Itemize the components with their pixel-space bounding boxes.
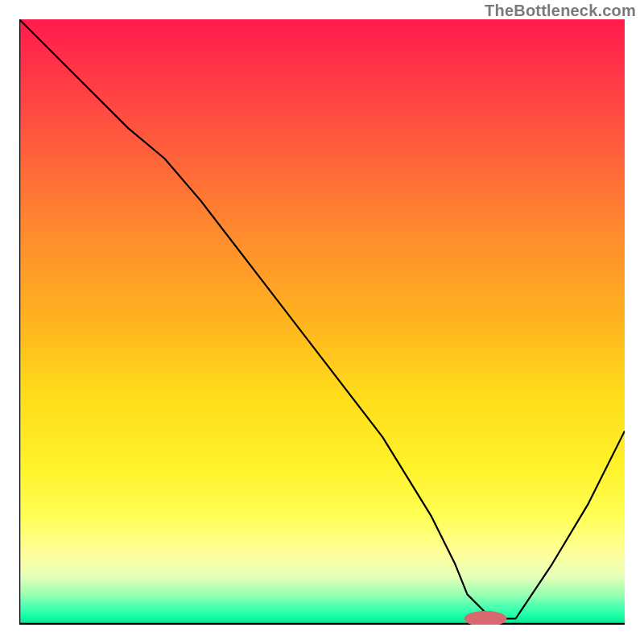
watermark-text: TheBottleneck.com bbox=[485, 2, 636, 20]
plot-area bbox=[19, 19, 625, 625]
curve-layer bbox=[19, 19, 625, 625]
optimal-marker bbox=[464, 611, 507, 625]
bottleneck-curve bbox=[19, 19, 625, 619]
chart-container: TheBottleneck.com bbox=[0, 0, 644, 644]
